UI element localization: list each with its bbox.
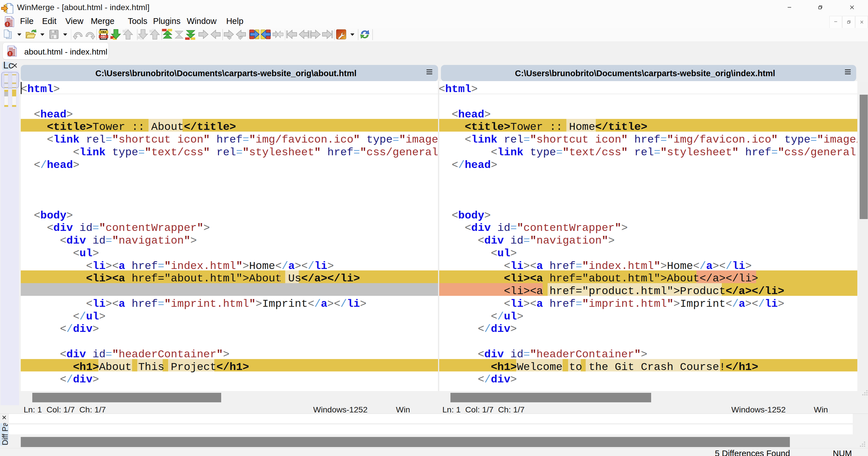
svg-text:CBA: CBA bbox=[101, 31, 106, 33]
svg-text:ABC: ABC bbox=[101, 35, 106, 38]
